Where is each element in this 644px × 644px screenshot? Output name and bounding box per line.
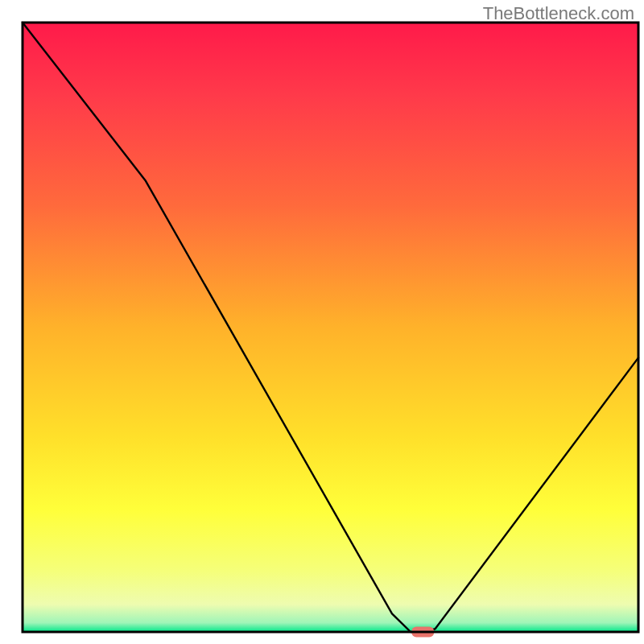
chart-svg [0,0,644,644]
gradient-background [23,23,638,632]
watermark-label: TheBottleneck.com [483,3,634,24]
plot-area [23,23,638,638]
bottleneck-chart: TheBottleneck.com [0,0,644,644]
